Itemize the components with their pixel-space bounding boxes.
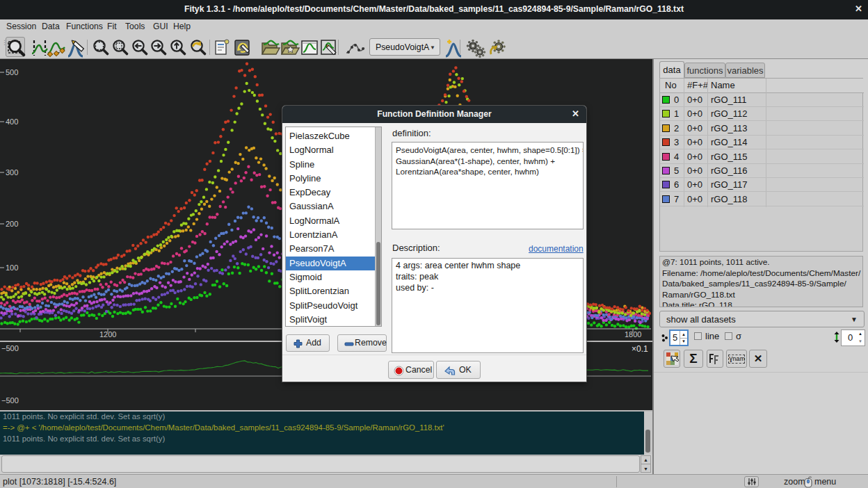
svg-text:−500: −500	[1, 396, 19, 405]
svg-text:×0.1: ×0.1	[632, 344, 648, 354]
svg-text:−500: −500	[1, 344, 19, 352]
svg-text:500: 500	[6, 68, 18, 76]
svg-text:100: 100	[6, 263, 18, 272]
svg-text:300: 300	[6, 168, 18, 177]
svg-text:1200: 1200	[99, 330, 116, 339]
svg-text:200: 200	[6, 220, 18, 228]
svg-text:1800: 1800	[625, 330, 641, 339]
svg-text:400: 400	[6, 117, 18, 126]
